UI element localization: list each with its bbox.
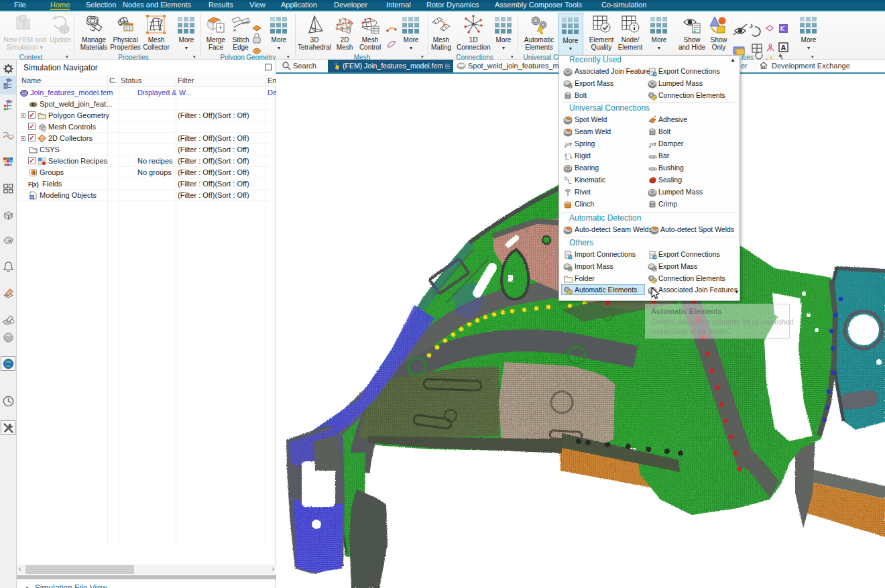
svg-text:A: A: [781, 44, 786, 52]
